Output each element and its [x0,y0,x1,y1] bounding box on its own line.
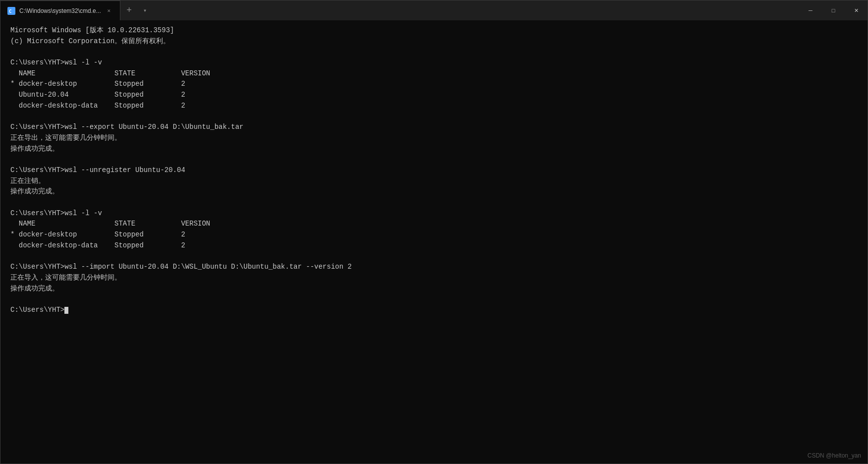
blank-line [10,251,858,262]
cmd-icon: C [7,7,15,15]
terminal-line: 正在导入，这可能需要几分钟时间。 [10,273,858,284]
terminal-line: Ubuntu-20.04 Stopped 2 [10,90,858,101]
blank-line [10,197,858,208]
titlebar-left: C C:\Windows\system32\cmd.e... ✕ + ▾ [0,0,152,20]
terminal-line: docker-desktop-data Stopped 2 [10,101,858,112]
terminal-window: C C:\Windows\system32\cmd.e... ✕ + ▾ ─ □… [0,0,868,464]
close-button[interactable]: ✕ [845,0,868,20]
blank-line [10,47,858,58]
blank-line [10,294,858,305]
terminal-line: 正在导出，这可能需要几分钟时间。 [10,133,858,144]
terminal-line: 操作成功完成。 [10,186,858,197]
tab-close-button[interactable]: ✕ [105,7,113,15]
blank-line [10,112,858,122]
terminal-line: 操作成功完成。 [10,144,858,155]
terminal-body[interactable]: Microsoft Windows [版本 10.0.22631.3593](c… [0,20,868,464]
terminal-line: docker-desktop-data Stopped 2 [10,240,858,251]
titlebar-right: ─ □ ✕ [799,0,868,20]
terminal-line: C:\Users\YHT>wsl --export Ubuntu-20.04 D… [10,122,858,133]
terminal-line: 正在注销。 [10,176,858,187]
tab-title: C:\Windows\system32\cmd.e... [19,7,101,14]
terminal-line: NAME STATE VERSION [10,68,858,79]
terminal-line: C:\Users\YHT>wsl -l -v [10,58,858,68]
titlebar: C C:\Windows\system32\cmd.e... ✕ + ▾ ─ □… [0,0,868,20]
new-tab-button[interactable]: + [120,0,138,20]
terminal-line: (c) Microsoft Corporation。保留所有权利。 [10,36,858,47]
terminal-line: * docker-desktop Stopped 2 [10,79,858,90]
terminal-prompt: C:\Users\YHT> [10,305,858,316]
blank-line [10,154,858,165]
active-tab[interactable]: C C:\Windows\system32\cmd.e... ✕ [0,0,120,20]
maximize-button[interactable]: □ [822,0,845,20]
tab-dropdown-button[interactable]: ▾ [138,0,152,20]
terminal-line: NAME STATE VERSION [10,219,858,230]
terminal-line: C:\Users\YHT>wsl --import Ubuntu-20.04 D… [10,262,858,273]
terminal-line: C:\Users\YHT>wsl -l -v [10,208,858,219]
svg-text:C: C [9,9,11,14]
terminal-line: * docker-desktop Stopped 2 [10,230,858,240]
minimize-button[interactable]: ─ [799,0,822,20]
terminal-line: C:\Users\YHT>wsl --unregister Ubuntu-20.… [10,165,858,176]
terminal-line: 操作成功完成。 [10,284,858,294]
watermark: CSDN @helton_yan [808,452,861,459]
terminal-line: Microsoft Windows [版本 10.0.22631.3593] [10,25,858,36]
cursor [64,307,68,314]
